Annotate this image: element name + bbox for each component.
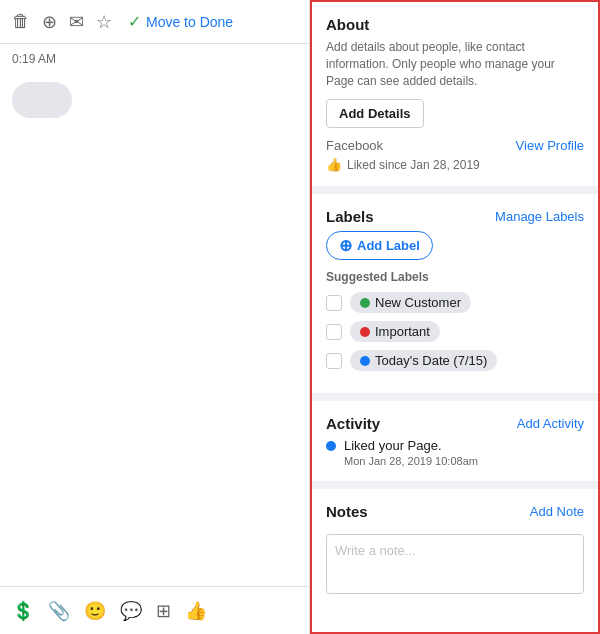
bottom-toolbar: 💲 📎 🙂 💬 ⊞ 👍 (0, 586, 309, 634)
left-panel: 🗑 ⊕ ✉ ☆ ✓ Move to Done 0:19 AM 💲 📎 🙂 💬 ⊞… (0, 0, 310, 634)
label-badge-todays-date: Today's Date (7/15) (350, 350, 497, 371)
view-profile-link[interactable]: View Profile (516, 138, 584, 153)
label-text-new-customer: New Customer (375, 295, 461, 310)
label-badge-new-customer: New Customer (350, 292, 471, 313)
facebook-label: Facebook (326, 138, 383, 153)
label-item-important: Important (326, 321, 584, 342)
top-toolbar: 🗑 ⊕ ✉ ☆ ✓ Move to Done (0, 0, 309, 44)
dot-green-icon (360, 298, 370, 308)
activity-text: Liked your Page. (344, 438, 478, 453)
label-item-new-customer: New Customer (326, 292, 584, 313)
checkmark-icon: ✓ (128, 12, 141, 31)
labels-header: Labels Manage Labels (326, 208, 584, 225)
add-label-plus-icon: ⊕ (339, 236, 352, 255)
label-text-important: Important (375, 324, 430, 339)
label-checkbox-todays-date[interactable] (326, 353, 342, 369)
labels-section: Labels Manage Labels ⊕ Add Label Suggest… (312, 194, 598, 401)
activity-time: Mon Jan 28, 2019 10:08am (344, 455, 478, 467)
add-label-text: Add Label (357, 238, 420, 253)
activity-dot-icon (326, 441, 336, 451)
dot-red-icon (360, 327, 370, 337)
manage-labels-link[interactable]: Manage Labels (495, 209, 584, 224)
label-badge-important: Important (350, 321, 440, 342)
notes-textarea[interactable] (326, 534, 584, 594)
activity-details: Liked your Page. Mon Jan 28, 2019 10:08a… (344, 438, 478, 467)
activity-header: Activity Add Activity (326, 415, 584, 432)
about-title: About (326, 16, 369, 33)
about-description: Add details about people, like contact i… (326, 39, 584, 89)
label-text-todays-date: Today's Date (7/15) (375, 353, 487, 368)
label-checkbox-new-customer[interactable] (326, 295, 342, 311)
alert-icon[interactable]: ⊕ (42, 11, 57, 33)
trash-icon[interactable]: 🗑 (12, 11, 30, 32)
paperclip-icon[interactable]: 📎 (48, 600, 70, 622)
about-section: About Add details about people, like con… (312, 2, 598, 194)
timestamp: 0:19 AM (0, 44, 309, 74)
notes-title: Notes (326, 503, 368, 520)
dollar-icon[interactable]: 💲 (12, 600, 34, 622)
labels-title: Labels (326, 208, 374, 225)
move-to-done-label: Move to Done (146, 14, 233, 30)
add-activity-link[interactable]: Add Activity (517, 416, 584, 431)
notes-header: Notes Add Note (326, 503, 584, 520)
activity-item: Liked your Page. Mon Jan 28, 2019 10:08a… (326, 438, 584, 467)
dot-blue-icon (360, 356, 370, 366)
about-header: About (326, 16, 584, 33)
label-item-todays-date: Today's Date (7/15) (326, 350, 584, 371)
message-bubble (12, 82, 72, 118)
label-checkbox-important[interactable] (326, 324, 342, 340)
liked-row: 👍 Liked since Jan 28, 2019 (326, 157, 584, 172)
liked-since-text: Liked since Jan 28, 2019 (347, 158, 480, 172)
right-panel: About Add details about people, like con… (310, 0, 600, 634)
facebook-row: Facebook View Profile (326, 138, 584, 153)
suggested-labels-title: Suggested Labels (326, 270, 584, 284)
emoji-icon[interactable]: 🙂 (84, 600, 106, 622)
add-label-button[interactable]: ⊕ Add Label (326, 231, 433, 260)
move-to-done-button[interactable]: ✓ Move to Done (128, 12, 233, 31)
speech-icon[interactable]: 💬 (120, 600, 142, 622)
activity-title: Activity (326, 415, 380, 432)
activity-section: Activity Add Activity Liked your Page. M… (312, 401, 598, 489)
like-icon[interactable]: 👍 (185, 600, 207, 622)
add-details-button[interactable]: Add Details (326, 99, 424, 128)
star-icon[interactable]: ☆ (96, 11, 112, 33)
mail-icon[interactable]: ✉ (69, 11, 84, 33)
notes-section: Notes Add Note (312, 489, 598, 632)
thumbs-up-icon: 👍 (326, 157, 342, 172)
grid-icon[interactable]: ⊞ (156, 600, 171, 622)
add-note-link[interactable]: Add Note (530, 504, 584, 519)
